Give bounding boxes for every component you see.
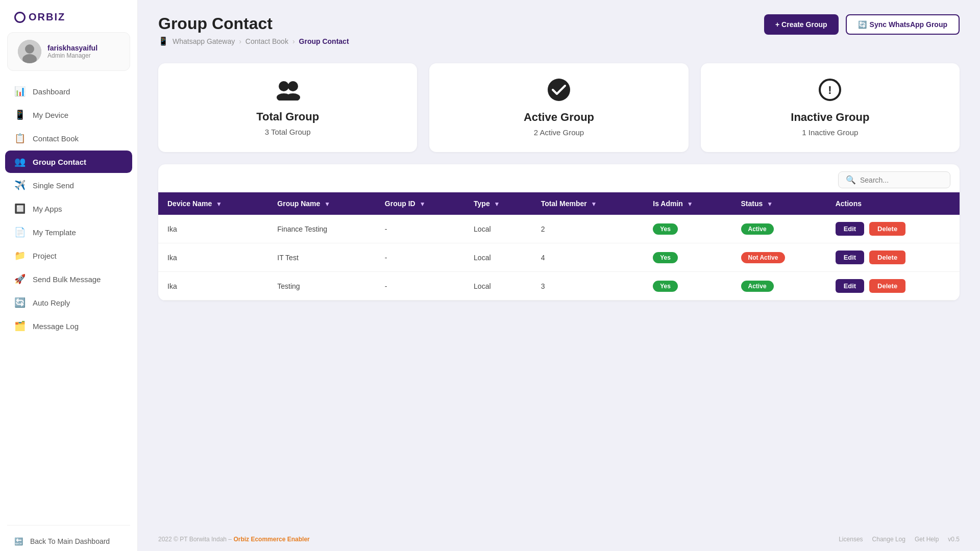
cell-type: Local [464,243,532,272]
search-input[interactable] [860,176,943,184]
table-body: Ika Finance Testing - Local 2 Yes Active… [158,215,960,300]
col-total-member: Total Member ▼ [532,192,644,215]
edit-button[interactable]: Edit [836,251,865,264]
filter-icon-group[interactable]: ▼ [324,201,330,208]
group-contact-table: Device Name ▼ Group Name ▼ Group ID ▼ Ty… [158,192,960,300]
delete-button[interactable]: Delete [869,251,905,264]
contact-book-icon: 📋 [14,133,26,144]
user-profile: fariskhasyaiful Admin Manager [7,32,130,71]
sidebar-item-my-device[interactable]: 📱 My Device [5,104,132,126]
cell-group-name: Finance Testing [268,215,376,243]
group-contact-icon: 👥 [14,156,26,167]
filter-icon-admin[interactable]: ▼ [687,201,693,208]
inactive-group-title: Inactive Group [791,111,869,124]
active-group-value: 2 Active Group [534,128,584,137]
sidebar-item-label: Send Bulk Message [33,275,101,284]
cell-is-admin: Yes [644,272,731,300]
cell-device-name: Ika [158,243,268,272]
cell-status: Active [732,215,826,243]
cell-total-member: 3 [532,272,644,300]
table-row: Ika Finance Testing - Local 2 Yes Active… [158,215,960,243]
filter-icon-groupid[interactable]: ▼ [420,201,426,208]
stat-card-active-group: Active Group 2 Active Group [429,63,688,152]
col-actions: Actions [826,192,960,215]
is-admin-badge: Yes [653,281,678,292]
sidebar-item-auto-reply[interactable]: 🔄 Auto Reply [5,291,132,314]
col-is-admin: Is Admin ▼ [644,192,731,215]
is-admin-badge: Yes [653,223,678,235]
cell-group-name: Testing [268,272,376,300]
status-badge: Active [741,223,774,235]
search-icon: 🔍 [846,175,856,185]
sidebar-item-label: Message Log [33,322,79,331]
svg-text:!: ! [828,84,832,96]
main-footer: 2022 © PT Borwita Indah – Orbiz Ecommerc… [138,528,980,551]
sidebar-item-dashboard[interactable]: 📊 Dashboard [5,80,132,103]
sidebar-item-message-log[interactable]: 🗂️ Message Log [5,315,132,337]
col-group-id: Group ID ▼ [376,192,464,215]
col-status: Status ▼ [732,192,826,215]
breadcrumb: 📱 Whatsapp Gateway › Contact Book › Grou… [158,36,960,46]
inactive-group-value: 1 Inactive Group [802,128,858,137]
search-input-wrap[interactable]: 🔍 [838,171,950,188]
sidebar-item-label: My Apps [33,205,62,213]
sidebar-item-label: Dashboard [33,87,70,96]
footer-link-licenses[interactable]: Licenses [839,536,863,543]
inactive-group-icon: ! [819,79,841,106]
sidebar-nav: 📊 Dashboard 📱 My Device 📋 Contact Book 👥… [0,80,137,519]
cell-status: Active [732,272,826,300]
filter-icon-member[interactable]: ▼ [591,201,597,208]
status-badge: Active [741,281,774,292]
sync-whatsapp-group-button[interactable]: 🔄 Sync WhatsApp Group [846,14,960,35]
table-header-row: Device Name ▼ Group Name ▼ Group ID ▼ Ty… [158,192,960,215]
cell-is-admin: Yes [644,243,731,272]
breadcrumb-current: Group Contact [299,37,349,45]
create-group-button[interactable]: + Create Group [764,14,839,35]
auto-reply-icon: 🔄 [14,297,26,308]
sidebar-item-group-contact[interactable]: 👥 Group Contact [5,151,132,173]
stat-card-total-group: Total Group 3 Total Group [158,63,417,152]
edit-button[interactable]: Edit [836,222,865,236]
sidebar-item-project[interactable]: 📁 Project [5,244,132,267]
edit-button[interactable]: Edit [836,279,865,293]
svg-point-4 [288,81,298,91]
sidebar-item-my-template[interactable]: 📄 My Template [5,221,132,243]
sidebar-item-send-bulk-message[interactable]: 🚀 Send Bulk Message [5,268,132,290]
table-row: Ika IT Test - Local 4 Yes Not Active Edi… [158,243,960,272]
table-search-row: 🔍 [158,164,960,192]
cell-device-name: Ika [158,215,268,243]
delete-button[interactable]: Delete [869,279,905,293]
sidebar-item-label: Project [33,252,57,260]
user-role: Admin Manager [47,52,97,59]
active-group-icon [548,79,570,106]
sidebar-item-single-send[interactable]: ✈️ Single Send [5,174,132,196]
cell-device-name: Ika [158,272,268,300]
cell-total-member: 4 [532,243,644,272]
filter-icon-status[interactable]: ▼ [767,201,773,208]
sidebar: ORBIZ fariskhasyaiful Admin Manager 📊 Da… [0,0,138,551]
footer-link-gethelp[interactable]: Get Help [915,536,939,543]
total-group-icon [275,79,301,105]
footer-version: v0.5 [948,536,960,543]
whatsapp-icon: 📱 [158,36,168,46]
cell-is-admin: Yes [644,215,731,243]
single-send-icon: ✈️ [14,180,26,191]
stat-card-inactive-group: ! Inactive Group 1 Inactive Group [701,63,960,152]
logo-circle [14,12,26,23]
filter-icon-device[interactable]: ▼ [216,201,222,208]
filter-icon-type[interactable]: ▼ [494,201,500,208]
cell-type: Local [464,215,532,243]
sidebar-item-label: Auto Reply [33,298,70,307]
cell-group-id: - [376,243,464,272]
group-contact-table-section: 🔍 Device Name ▼ Group Name ▼ Group ID [158,164,960,300]
col-device-name: Device Name ▼ [158,192,268,215]
delete-button[interactable]: Delete [869,222,905,236]
footer-link-changelog[interactable]: Change Log [872,536,905,543]
cell-total-member: 2 [532,215,644,243]
cell-group-id: - [376,215,464,243]
sidebar-item-contact-book[interactable]: 📋 Contact Book [5,127,132,149]
back-to-main-dashboard[interactable]: 🔙 Back To Main Dashboard [0,532,137,551]
cell-type: Local [464,272,532,300]
active-group-title: Active Group [524,111,594,124]
sidebar-item-my-apps[interactable]: 🔲 My Apps [5,197,132,220]
